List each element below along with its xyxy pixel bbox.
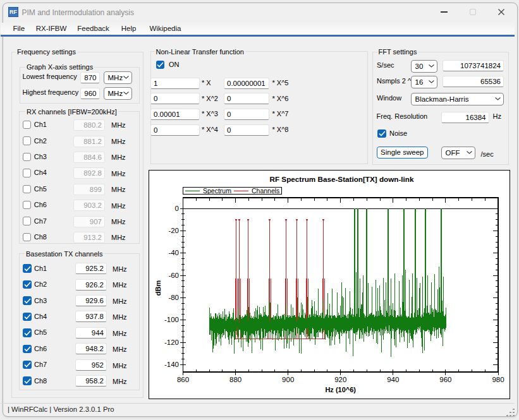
- svg-text:RF Spectrum Base-Station[TX] d: RF Spectrum Base-Station[TX] down-link: [270, 175, 414, 183]
- svg-text:-100: -100: [164, 316, 179, 323]
- svg-text:940: 940: [387, 376, 399, 383]
- svg-text:-40: -40: [168, 249, 179, 256]
- svg-text:Spectrum: Spectrum: [203, 187, 231, 195]
- svg-text:-120: -120: [164, 339, 179, 346]
- svg-text:dBm: dBm: [154, 280, 162, 296]
- svg-text:900: 900: [282, 376, 294, 383]
- svg-text:-20: -20: [168, 227, 179, 234]
- svg-text:880: 880: [229, 376, 241, 383]
- svg-text:980: 980: [492, 376, 504, 383]
- svg-text:860: 860: [177, 376, 189, 383]
- svg-text:-140: -140: [164, 361, 179, 368]
- svg-text:Channels: Channels: [252, 187, 279, 195]
- svg-text:Hz (10^6): Hz (10^6): [325, 386, 356, 393]
- svg-text:960: 960: [439, 376, 451, 383]
- svg-text:920: 920: [334, 376, 346, 383]
- svg-text:-80: -80: [168, 294, 179, 301]
- svg-text:0: 0: [175, 205, 179, 212]
- svg-text:-60: -60: [168, 272, 179, 279]
